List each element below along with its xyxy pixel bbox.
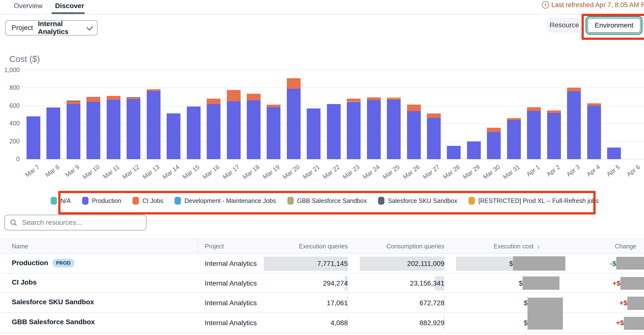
x-axis-label: Mar 10 xyxy=(81,163,101,181)
legend-label: Development - Maintenance Jobs xyxy=(184,197,276,204)
cell-name: ProductionPROD xyxy=(12,259,74,267)
search-input[interactable] xyxy=(22,218,141,227)
bar-segment xyxy=(547,110,561,113)
legend-swatch xyxy=(174,197,181,205)
bar-segment xyxy=(427,114,441,118)
redaction-overlay-change xyxy=(616,257,644,269)
bar-segment xyxy=(86,97,100,102)
bar-segment xyxy=(267,105,280,107)
col-header-name[interactable]: Name xyxy=(12,243,28,250)
header-divider xyxy=(0,14,644,15)
bar-segment xyxy=(567,91,581,159)
col-header-execution-cost[interactable]: Execution cost ↓ xyxy=(494,243,540,250)
bar-segment xyxy=(427,118,441,159)
cell-execution-queries: 7,771,145 xyxy=(317,260,348,268)
cell-name: Salesforce SKU Sandbox xyxy=(12,298,94,306)
group-by-environment-button[interactable]: Environment xyxy=(588,18,640,33)
chart-legend: N/AProductionCI JobsDevelopment - Mainte… xyxy=(62,194,588,207)
bar-segment xyxy=(467,141,481,159)
cell-execution-cost: $ xyxy=(509,260,513,268)
x-axis-label: Mar 21 xyxy=(301,163,321,181)
col-header-change[interactable]: Change xyxy=(615,243,636,250)
x-axis-label: Apr 2 xyxy=(545,163,561,178)
y-axis-label: 400 xyxy=(0,120,20,127)
cell-project: Internal Analytics xyxy=(205,299,257,307)
x-axis-label: Mar 9 xyxy=(64,163,80,179)
legend-item[interactable]: Production xyxy=(82,197,122,205)
x-axis-label: Mar 27 xyxy=(422,163,441,181)
col-header-execution-queries[interactable]: Execution queries xyxy=(299,243,348,250)
y-axis-label: 600 xyxy=(0,102,20,109)
bar-segment xyxy=(107,100,120,159)
bar-segment xyxy=(507,118,521,120)
resource-name[interactable]: Production xyxy=(12,259,48,267)
bar-segment xyxy=(447,146,461,159)
x-axis-label: Mar 31 xyxy=(502,163,521,181)
x-axis-label: Mar 14 xyxy=(161,163,181,181)
last-refreshed-status: Last refreshed Apr 7, 8:05 AM PDT xyxy=(542,1,644,9)
cell-consumption-queries: 23,156,341 xyxy=(410,279,444,287)
cell-project: Internal Analytics xyxy=(205,260,257,268)
redaction-overlay-change xyxy=(620,277,644,290)
bar-segment xyxy=(66,101,80,104)
legend-item[interactable]: [RESTRICTED] Prod XL -- Full-Refresh job… xyxy=(468,197,598,205)
resource-name[interactable]: CI Jobs xyxy=(12,278,36,286)
bar-segment xyxy=(66,101,80,101)
x-axis-label: Mar 11 xyxy=(102,163,121,180)
col-header-project[interactable]: Project xyxy=(205,243,224,250)
bar-segment xyxy=(207,99,220,104)
bar-segment xyxy=(207,104,220,159)
resource-name[interactable]: GBB Salesforce Sandbox xyxy=(12,318,95,326)
bar-segment xyxy=(86,102,100,159)
x-axis-label: Mar 30 xyxy=(482,163,501,181)
bar-segment xyxy=(527,111,541,159)
gridline xyxy=(24,70,644,70)
cell-execution-cost: $ xyxy=(519,279,522,287)
legend-item[interactable]: Development - Maintenance Jobs xyxy=(174,197,276,205)
x-axis-label: Mar 24 xyxy=(362,163,381,181)
cell-execution-cost: $ xyxy=(524,299,528,307)
redaction-overlay-change xyxy=(624,317,644,330)
bar-segment xyxy=(367,100,381,159)
project-filter-label: Project xyxy=(12,24,33,32)
bar-segment xyxy=(287,78,300,89)
bar-segment xyxy=(26,116,40,159)
warning-icon xyxy=(542,1,549,9)
bar-segment xyxy=(567,88,581,88)
resource-name[interactable]: Salesforce SKU Sandbox xyxy=(12,298,94,306)
y-axis-label: 200 xyxy=(0,138,20,145)
bar-segment xyxy=(66,104,80,159)
chart-title: Cost ($) xyxy=(9,54,40,64)
bar-segment xyxy=(567,88,581,91)
cell-consumption-queries: 882,929 xyxy=(420,319,444,327)
legend-item[interactable]: CI Jobs xyxy=(132,197,163,205)
legend-item[interactable]: N/A xyxy=(51,197,71,205)
x-axis-label: Mar 12 xyxy=(121,163,141,181)
y-axis-label: 1,000 xyxy=(0,66,20,74)
legend-item[interactable]: GBB Salesforce Sandbox xyxy=(287,197,367,205)
tab-discover[interactable]: Discover xyxy=(55,2,84,10)
x-axis-label: Apr 5 xyxy=(605,163,621,178)
cell-name: CI Jobs xyxy=(12,278,36,286)
group-by-resource-button[interactable]: Resource xyxy=(548,18,581,32)
legend-item[interactable]: Salesforce SKU Sandbox xyxy=(378,197,457,205)
x-axis-label: Mar 16 xyxy=(201,163,221,181)
bar-segment xyxy=(267,105,280,105)
bar-segment xyxy=(387,99,401,100)
bar-segment xyxy=(507,120,521,159)
redaction-overlay-cost xyxy=(528,298,563,329)
bar-segment xyxy=(307,109,320,159)
bar-segment xyxy=(487,132,501,159)
table-header: Name Project Execution queries Consumpti… xyxy=(0,238,644,254)
legend-swatch xyxy=(378,197,384,205)
project-filter-dropdown[interactable]: Project Internal Analytics xyxy=(5,20,98,36)
search-box[interactable] xyxy=(4,215,146,230)
y-axis-label: 800 xyxy=(0,84,20,91)
col-header-consumption-queries[interactable]: Consumption queries xyxy=(386,243,444,250)
legend-swatch xyxy=(132,197,139,205)
bar-segment xyxy=(287,89,300,159)
x-axis-label: Apr 3 xyxy=(565,163,581,178)
tab-overview[interactable]: Overview xyxy=(14,2,42,10)
bar-segment xyxy=(407,105,421,111)
bar-segment xyxy=(46,108,60,159)
